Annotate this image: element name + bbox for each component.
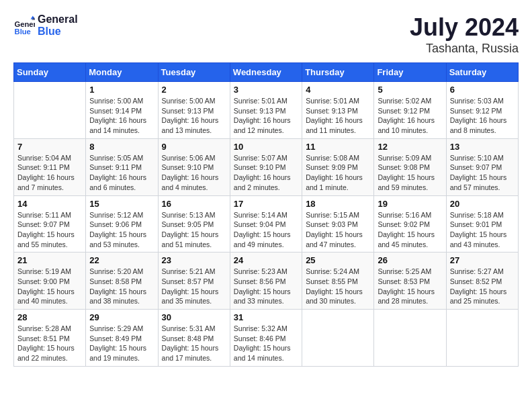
table-row: 18Sunrise: 5:15 AMSunset: 9:03 PMDayligh… [302, 195, 374, 253]
table-row: 26Sunrise: 5:25 AMSunset: 8:53 PMDayligh… [374, 253, 446, 310]
day-info: Sunrise: 5:20 AMSunset: 8:58 PMDaylight:… [89, 267, 154, 306]
page-header: General Blue General Blue July 2024 Tash… [13, 13, 519, 56]
day-number: 8 [89, 142, 154, 152]
day-number: 31 [234, 312, 298, 322]
header-saturday: Saturday [446, 63, 518, 82]
calendar-week-row: 7Sunrise: 5:04 AMSunset: 9:11 PMDaylight… [14, 138, 519, 195]
table-row: 17Sunrise: 5:14 AMSunset: 9:04 PMDayligh… [230, 195, 302, 253]
header-friday: Friday [374, 63, 446, 82]
day-info: Sunrise: 5:00 AMSunset: 9:14 PMDaylight:… [89, 96, 154, 136]
logo-blue: Blue [38, 26, 78, 38]
table-row: 25Sunrise: 5:24 AMSunset: 8:55 PMDayligh… [302, 253, 374, 310]
day-info: Sunrise: 5:31 AMSunset: 8:48 PMDaylight:… [162, 324, 226, 363]
day-number: 24 [234, 255, 298, 265]
table-row: 9Sunrise: 5:06 AMSunset: 9:10 PMDaylight… [158, 138, 230, 195]
table-row: 12Sunrise: 5:09 AMSunset: 9:08 PMDayligh… [374, 138, 446, 195]
day-number: 21 [17, 255, 82, 265]
day-info: Sunrise: 5:02 AMSunset: 9:12 PMDaylight:… [378, 96, 442, 136]
header-wednesday: Wednesday [230, 63, 302, 82]
day-number: 4 [306, 85, 370, 95]
table-row: 19Sunrise: 5:16 AMSunset: 9:02 PMDayligh… [374, 195, 446, 253]
table-row: 1Sunrise: 5:00 AMSunset: 9:14 PMDaylight… [86, 82, 158, 139]
table-row: 4Sunrise: 5:01 AMSunset: 9:13 PMDaylight… [302, 82, 374, 139]
day-number: 18 [306, 199, 370, 209]
day-number: 10 [234, 142, 298, 152]
calendar-week-row: 28Sunrise: 5:28 AMSunset: 8:51 PMDayligh… [14, 310, 519, 367]
day-info: Sunrise: 5:28 AMSunset: 8:51 PMDaylight:… [17, 324, 82, 363]
table-row: 29Sunrise: 5:29 AMSunset: 8:49 PMDayligh… [86, 310, 158, 367]
day-number: 11 [306, 142, 370, 152]
header-tuesday: Tuesday [158, 63, 230, 82]
table-row: 30Sunrise: 5:31 AMSunset: 8:48 PMDayligh… [158, 310, 230, 367]
day-info: Sunrise: 5:16 AMSunset: 9:02 PMDaylight:… [378, 210, 442, 250]
day-number: 26 [378, 255, 442, 265]
table-row: 20Sunrise: 5:18 AMSunset: 9:01 PMDayligh… [446, 195, 518, 253]
day-info: Sunrise: 5:07 AMSunset: 9:10 PMDaylight:… [234, 153, 298, 193]
day-info: Sunrise: 5:09 AMSunset: 9:08 PMDaylight:… [378, 153, 442, 193]
header-thursday: Thursday [302, 63, 374, 82]
day-info: Sunrise: 5:25 AMSunset: 8:53 PMDaylight:… [378, 267, 442, 306]
day-info: Sunrise: 5:18 AMSunset: 9:01 PMDaylight:… [450, 210, 515, 250]
table-row [302, 310, 374, 367]
day-info: Sunrise: 5:15 AMSunset: 9:03 PMDaylight:… [306, 210, 370, 250]
day-number: 22 [89, 255, 154, 265]
day-number: 20 [450, 199, 515, 209]
table-row: 16Sunrise: 5:13 AMSunset: 9:05 PMDayligh… [158, 195, 230, 253]
calendar-week-row: 14Sunrise: 5:11 AMSunset: 9:07 PMDayligh… [14, 195, 519, 253]
day-number: 30 [162, 312, 226, 322]
day-number: 5 [378, 85, 442, 95]
table-row: 6Sunrise: 5:03 AMSunset: 9:12 PMDaylight… [446, 82, 518, 139]
day-number: 29 [89, 312, 154, 322]
table-row: 7Sunrise: 5:04 AMSunset: 9:11 PMDaylight… [14, 138, 86, 195]
day-number: 7 [17, 142, 82, 152]
day-info: Sunrise: 5:12 AMSunset: 9:06 PMDaylight:… [89, 210, 154, 250]
day-info: Sunrise: 5:10 AMSunset: 9:07 PMDaylight:… [450, 153, 515, 193]
day-number: 15 [89, 199, 154, 209]
day-number: 1 [89, 85, 154, 95]
svg-text:Blue: Blue [15, 27, 31, 35]
table-row: 11Sunrise: 5:08 AMSunset: 9:09 PMDayligh… [302, 138, 374, 195]
table-row [446, 310, 518, 367]
logo-icon: General Blue [13, 15, 35, 36]
table-row: 27Sunrise: 5:27 AMSunset: 8:52 PMDayligh… [446, 253, 518, 310]
day-number: 14 [17, 199, 82, 209]
day-info: Sunrise: 5:23 AMSunset: 8:56 PMDaylight:… [234, 267, 298, 306]
table-row: 14Sunrise: 5:11 AMSunset: 9:07 PMDayligh… [14, 195, 86, 253]
day-number: 13 [450, 142, 515, 152]
day-info: Sunrise: 5:19 AMSunset: 9:00 PMDaylight:… [17, 267, 82, 306]
table-row: 21Sunrise: 5:19 AMSunset: 9:00 PMDayligh… [14, 253, 86, 310]
table-row: 23Sunrise: 5:21 AMSunset: 8:57 PMDayligh… [158, 253, 230, 310]
day-number: 23 [162, 255, 226, 265]
day-info: Sunrise: 5:03 AMSunset: 9:12 PMDaylight:… [450, 96, 515, 136]
day-number: 9 [162, 142, 226, 152]
day-number: 3 [234, 85, 298, 95]
day-number: 28 [17, 312, 82, 322]
table-row: 28Sunrise: 5:28 AMSunset: 8:51 PMDayligh… [14, 310, 86, 367]
header-monday: Monday [86, 63, 158, 82]
day-info: Sunrise: 5:01 AMSunset: 9:13 PMDaylight:… [306, 96, 370, 136]
calendar-table: Sunday Monday Tuesday Wednesday Thursday… [13, 62, 519, 367]
day-info: Sunrise: 5:01 AMSunset: 9:13 PMDaylight:… [234, 96, 298, 136]
table-row: 10Sunrise: 5:07 AMSunset: 9:10 PMDayligh… [230, 138, 302, 195]
day-number: 16 [162, 199, 226, 209]
day-info: Sunrise: 5:14 AMSunset: 9:04 PMDaylight:… [234, 210, 298, 250]
table-row: 15Sunrise: 5:12 AMSunset: 9:06 PMDayligh… [86, 195, 158, 253]
day-info: Sunrise: 5:13 AMSunset: 9:05 PMDaylight:… [162, 210, 226, 250]
table-row: 22Sunrise: 5:20 AMSunset: 8:58 PMDayligh… [86, 253, 158, 310]
svg-text:General: General [15, 19, 35, 28]
table-row [14, 82, 86, 139]
day-info: Sunrise: 5:08 AMSunset: 9:09 PMDaylight:… [306, 153, 370, 193]
table-row: 5Sunrise: 5:02 AMSunset: 9:12 PMDaylight… [374, 82, 446, 139]
day-info: Sunrise: 5:00 AMSunset: 9:13 PMDaylight:… [162, 96, 226, 136]
day-number: 2 [162, 85, 226, 95]
calendar-title: July 2024 [410, 13, 519, 42]
day-info: Sunrise: 5:32 AMSunset: 8:46 PMDaylight:… [234, 324, 298, 363]
day-number: 27 [450, 255, 515, 265]
logo-general: General [38, 13, 78, 26]
day-number: 6 [450, 85, 515, 95]
day-info: Sunrise: 5:11 AMSunset: 9:07 PMDaylight:… [17, 210, 82, 250]
table-row: 3Sunrise: 5:01 AMSunset: 9:13 PMDaylight… [230, 82, 302, 139]
calendar-subtitle: Tashanta, Russia [410, 42, 519, 56]
day-info: Sunrise: 5:06 AMSunset: 9:10 PMDaylight:… [162, 153, 226, 193]
day-number: 19 [378, 199, 442, 209]
